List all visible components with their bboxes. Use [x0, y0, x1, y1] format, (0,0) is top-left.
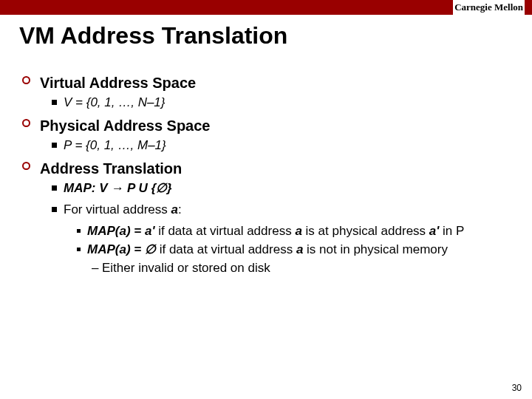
- m1-mid2: is at physical address: [302, 224, 429, 238]
- map-case-miss: MAP(a) = ∅ if data at virtual address a …: [19, 242, 513, 259]
- for-prefix: For virtual address: [64, 202, 171, 216]
- map-def: MAP: V → P U {∅}: [19, 180, 513, 197]
- brand-label: Carnegie Mellon: [453, 0, 525, 15]
- m2-a: a: [296, 242, 303, 256]
- m1-tail: in P: [439, 224, 464, 238]
- for-virtual-address: For virtual address a:: [19, 202, 513, 219]
- map-case-hit: MAP(a) = a' if data at virtual address a…: [19, 223, 513, 240]
- physical-set-def: P = {0, 1, …, M–1}: [19, 137, 513, 154]
- m2-lhs: MAP(a) = ∅: [87, 242, 160, 256]
- m1-a: a: [295, 224, 301, 238]
- m1-ap: a': [429, 224, 440, 238]
- either-line: Either invalid or stored on disk: [19, 260, 513, 277]
- for-a: a: [171, 202, 178, 216]
- section-heading-translation: Address Translation: [19, 159, 513, 179]
- section-heading-virtual: Virtual Address Space: [19, 73, 513, 93]
- for-suffix: :: [178, 202, 182, 216]
- m1-mid: if data at virtual address: [154, 224, 295, 238]
- m2-mid: if data at virtual address: [160, 242, 296, 256]
- section-heading-physical: Physical Address Space: [19, 116, 513, 136]
- m1-lhs: MAP(a) = a': [87, 224, 154, 238]
- m2-tail: is not in physical memory: [303, 242, 448, 256]
- slide-title: VM Address Translation: [19, 22, 287, 50]
- virtual-set-def: V = {0, 1, …, N–1}: [19, 95, 513, 112]
- slide-content: Virtual Address Space V = {0, 1, …, N–1}…: [19, 70, 513, 279]
- header-bar: [0, 0, 532, 15]
- map-def-text: MAP: V → P U {∅}: [64, 181, 172, 195]
- page-number: 30: [512, 383, 522, 393]
